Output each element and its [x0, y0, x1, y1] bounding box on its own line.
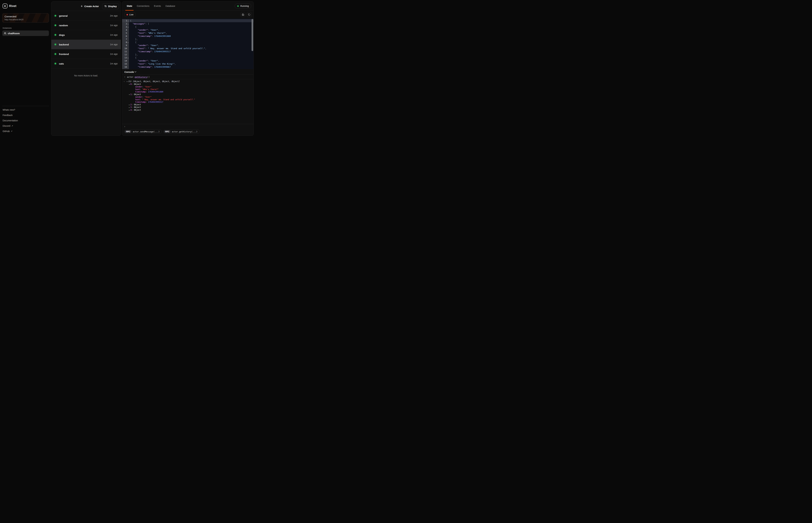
state-toolbar: Live: [122, 11, 254, 18]
save-button[interactable]: [241, 12, 245, 17]
code-content: "sender": "User",: [129, 44, 254, 47]
editor-line: 17 },: [122, 69, 254, 69]
expand-closed-icon[interactable]: ▶: [129, 106, 131, 109]
live-dot-icon: [126, 14, 128, 15]
state-json-editor[interactable]: 1{2 "messages": [3 {4 "sender": "User",5…: [122, 18, 254, 69]
editor-line: 8 {: [122, 41, 254, 44]
line-number: 17: [122, 69, 129, 69]
code-content: {: [129, 41, 254, 44]
rpc-method-label: actor.sendMessage(...): [133, 130, 160, 133]
editor-line: 9 "sender": "User",: [122, 44, 254, 47]
code-content: "timestamp": 1764043991880: [129, 35, 254, 38]
editor-line: 6 "timestamp": 1764043991880: [122, 35, 254, 38]
code-content: {: [129, 19, 254, 22]
fold-chevron-icon[interactable]: [127, 57, 128, 58]
tab-events[interactable]: Events: [153, 1, 162, 11]
tab-database[interactable]: Database: [164, 1, 176, 11]
rpc-suggestion-button[interactable]: RPCactor.getHistory(...): [163, 130, 200, 133]
status-dot-icon: [55, 24, 56, 26]
sidebar-link-whats-new-[interactable]: Whats new?: [2, 108, 49, 112]
actor-row[interactable]: general2m ago: [51, 11, 121, 21]
editor-line: 15 "text": "Long live the King!",: [122, 62, 254, 65]
expand-open-icon[interactable]: ▼: [129, 83, 131, 86]
create-actor-button[interactable]: Create Actor: [79, 4, 100, 9]
save-icon: [242, 14, 244, 16]
undo-icon: [248, 14, 250, 16]
expand-open-icon[interactable]: ▼: [127, 80, 128, 83]
sidebar-item-instance[interactable]: chatRoom: [2, 31, 49, 36]
instance-name: chatRoom: [8, 32, 20, 35]
sidebar-link-github[interactable]: GitHub↗: [2, 129, 49, 133]
fold-chevron-icon[interactable]: [127, 23, 128, 24]
console-row: sender: "User": [124, 86, 252, 88]
console-row: ‹▼(5) [Object, Object, Object, Object, O…: [124, 80, 252, 83]
running-dot-icon: [237, 5, 239, 7]
actors-empty-message: No more Actors to load.: [51, 69, 121, 83]
expand-closed-icon[interactable]: ▶: [129, 104, 131, 106]
editor-line: 3 {: [122, 25, 254, 29]
actor-list: general2m agorandom1m agodogs1m agobacke…: [51, 11, 121, 69]
line-number: 15: [122, 62, 129, 65]
line-number: 2: [122, 22, 129, 25]
undo-button[interactable]: [247, 12, 252, 17]
expand-closed-icon[interactable]: ▶: [129, 109, 131, 112]
fold-chevron-icon[interactable]: [127, 26, 128, 28]
code-content: "text": "Who's there?",: [129, 32, 254, 35]
console-row: timestamp: 1764043991880: [124, 91, 252, 93]
actor-row[interactable]: random1m ago: [51, 21, 121, 30]
actor-name: backend: [59, 43, 69, 46]
display-button[interactable]: Display: [102, 3, 119, 9]
editor-line: 1{: [122, 19, 254, 22]
expand-open-icon[interactable]: ▼: [129, 93, 131, 96]
actor-last-active: 1m ago: [110, 43, 118, 46]
console-row: ▼1: Object: [124, 93, 252, 96]
fold-chevron-icon[interactable]: [127, 42, 128, 43]
editor-line: 10 "text": " Nay, answer me. Stand and u…: [122, 47, 254, 50]
sidebar-footer-links: Whats new?FeedbackDocumentationDiscord↗G…: [2, 108, 49, 134]
sidebar-link-discord[interactable]: Discord↗: [2, 124, 49, 128]
line-number: 12: [122, 53, 129, 56]
actor-name: dogs: [59, 34, 65, 36]
code-content: },: [129, 53, 254, 56]
console-header[interactable]: Console: [122, 69, 254, 75]
fold-chevron-icon[interactable]: [127, 20, 128, 21]
actor-row[interactable]: frontend1m ago: [51, 49, 121, 59]
editor-line: 13 {: [122, 56, 254, 59]
rivet-logo-icon: R: [3, 4, 7, 8]
actor-last-active: 1m ago: [110, 62, 118, 65]
actor-row[interactable]: backend1m ago: [51, 40, 121, 49]
code-content: "sender": "User",: [129, 59, 254, 62]
console-row: ▶2: Object: [124, 104, 252, 106]
console-output: ‹▼(5) [Object, Object, Object, Object, O…: [122, 79, 254, 124]
code-content: },: [129, 69, 254, 69]
console-input-row[interactable]: ›: [122, 124, 254, 129]
chevron-down-icon[interactable]: [134, 70, 137, 73]
line-number: 13: [122, 56, 129, 59]
rpc-suggestion-button[interactable]: RPCactor.sendMessage(...): [124, 130, 162, 133]
console-row: ▶3: Object: [124, 106, 252, 109]
live-badge[interactable]: Live: [124, 12, 136, 17]
line-number: 7: [122, 38, 129, 41]
brand-logo[interactable]: R Rivet: [2, 2, 49, 10]
link-label: Discord: [3, 125, 10, 127]
actor-row[interactable]: dogs1m ago: [51, 30, 121, 40]
actor-last-active: 1m ago: [110, 24, 118, 26]
status-badge: Running: [235, 3, 251, 8]
prompt-chevron-icon: ›: [124, 125, 125, 128]
actor-row[interactable]: cats1m ago: [51, 59, 121, 69]
sliders-icon: [104, 5, 107, 7]
inspector-tabbar: StateConnectionsEventsDatabase Running: [122, 1, 254, 11]
connection-card[interactable]: Connected http://localhost:6420: [2, 13, 49, 22]
link-label: Documentation: [3, 119, 18, 122]
external-link-icon: ↗: [11, 125, 13, 127]
tab-connections[interactable]: Connections: [135, 1, 151, 11]
sidebar-link-documentation[interactable]: Documentation: [2, 119, 49, 123]
console-row: ▼0: Object: [124, 83, 252, 86]
editor-scrollbar-thumb[interactable]: [252, 19, 253, 51]
line-number: 16: [122, 65, 129, 69]
sidebar-link-feedback[interactable]: Feedback: [2, 113, 49, 117]
tab-state[interactable]: State: [125, 1, 134, 11]
console-history-entry[interactable]: › actor.getHistory(): [122, 75, 254, 79]
code-content: "timestamp": 1764043995517: [129, 50, 254, 53]
actor-name: cats: [59, 62, 64, 65]
